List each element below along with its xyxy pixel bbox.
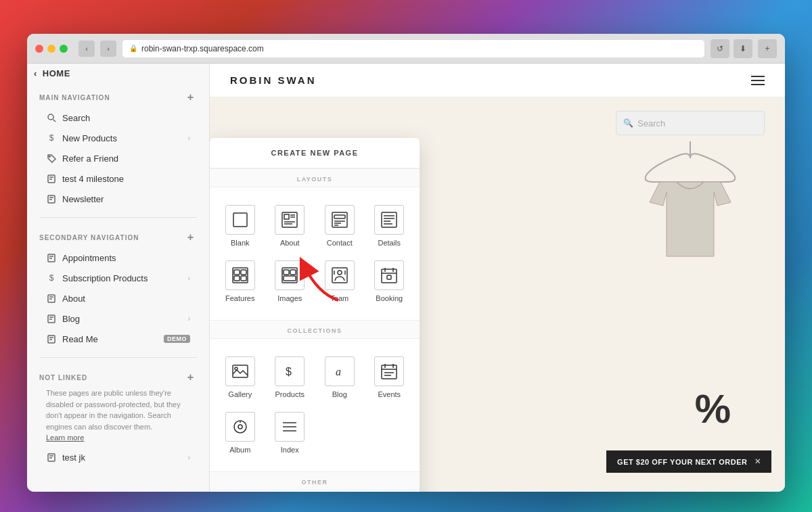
sidebar-item-refer[interactable]: Refer a Friend (39, 148, 197, 168)
layout-booking[interactable]: Booking (365, 254, 415, 309)
chevron-right-icon: › (188, 454, 190, 461)
svg-rect-49 (290, 270, 296, 275)
sidebar-item-about[interactable]: About (39, 288, 197, 308)
sidebar-item-test4[interactable]: test 4 milestone (39, 168, 197, 189)
sidebar-item-appointments[interactable]: Appointments (39, 248, 197, 268)
sidebar-item-label: Search (62, 113, 190, 123)
other-label: OTHER (210, 471, 420, 490)
learn-more-link[interactable]: Learn more (46, 434, 84, 442)
layout-details[interactable]: Details (365, 198, 415, 254)
chevron-right-icon: › (188, 135, 190, 142)
add-main-nav-button[interactable]: + (185, 91, 197, 103)
layout-contact-label: Contact (327, 239, 353, 247)
svg-rect-59 (387, 275, 391, 279)
layout-images[interactable]: Images (265, 254, 315, 309)
forward-button[interactable]: › (100, 41, 116, 57)
booking-icon (374, 260, 404, 290)
layout-booking-label: Booking (376, 294, 403, 302)
sidebar-item-subscription[interactable]: $ Subscription Products › (39, 268, 197, 288)
site-search[interactable]: 🔍 Search (616, 111, 765, 135)
back-button[interactable]: ‹ (78, 41, 95, 57)
sidebar-item-new-products[interactable]: $ New Products › (39, 128, 197, 148)
svg-point-71 (238, 425, 242, 429)
sidebar-item-label: About (62, 294, 190, 304)
sidebar-item-search[interactable]: Search (39, 108, 197, 128)
not-linked-description: These pages are public unless they're di… (39, 388, 197, 448)
sidebar-item-label: New Products (62, 133, 183, 143)
hamburger-menu[interactable] (751, 76, 765, 85)
download-button[interactable]: ⬇ (734, 39, 752, 58)
gallery-icon (225, 356, 255, 386)
sidebar: ‹ HOME MAIN NAVIGATION + Search $ New Pr… (27, 64, 210, 492)
collection-blog[interactable]: a Blog (315, 350, 365, 405)
layout-details-label: Details (378, 239, 401, 247)
svg-text:a: a (336, 366, 341, 377)
main-content: ROBIN SWAN 🔍 Search (210, 64, 785, 492)
toolbar-right: ↺ ⬇ (710, 39, 752, 58)
sidebar-item-readme[interactable]: Read Me DEMO (39, 329, 197, 349)
layout-blank[interactable]: Blank (215, 198, 265, 254)
layout-about[interactable]: About (265, 198, 315, 254)
collection-events[interactable]: Events (365, 350, 415, 405)
layouts-label: LAYOUTS (210, 168, 420, 187)
browser-toolbar: ‹ › 🔒 robin-swan-trxp.squarespace.com ↺ … (27, 34, 785, 64)
other-grid: Page Folder (210, 490, 420, 492)
sidebar-item-newsletter[interactable]: Newsletter (39, 189, 197, 209)
svg-line-1 (53, 119, 55, 122)
chevron-right-icon: › (188, 315, 190, 323)
search-icon (46, 112, 57, 123)
team-icon (325, 260, 355, 290)
collection-events-label: Events (378, 390, 401, 398)
modal-title: CREATE NEW PAGE (210, 138, 420, 168)
add-not-linked-button[interactable]: + (185, 371, 197, 383)
add-secondary-nav-button[interactable]: + (185, 231, 197, 243)
hamburger-line (751, 84, 765, 85)
layout-images-label: Images (277, 294, 302, 302)
chevron-right-icon: › (188, 275, 190, 282)
close-button[interactable] (35, 45, 43, 53)
maximize-button[interactable] (60, 45, 68, 53)
collection-album[interactable]: Album (215, 405, 265, 461)
collection-products[interactable]: $ Products (265, 350, 315, 405)
demo-badge: DEMO (164, 335, 190, 343)
collections-grid: Gallery $ Products (210, 339, 420, 471)
layout-features[interactable]: Features (215, 254, 265, 309)
page-icon (46, 193, 57, 204)
sidebar-item-label: Appointments (62, 253, 190, 263)
url-bar[interactable]: 🔒 robin-swan-trxp.squarespace.com (122, 39, 705, 58)
minimize-button[interactable] (47, 45, 55, 53)
about-icon (275, 205, 304, 235)
home-link[interactable]: ‹ HOME (27, 64, 209, 83)
svg-rect-48 (284, 270, 289, 275)
svg-point-0 (48, 114, 53, 120)
search-icon: 🔍 (623, 118, 633, 128)
product-image (636, 138, 744, 273)
hero-percent: % (695, 386, 731, 432)
not-linked-label: NOT LINKED (39, 374, 87, 381)
sidebar-item-testjk[interactable]: test jk › (39, 448, 197, 468)
collection-gallery[interactable]: Gallery (215, 350, 265, 405)
secondary-nav-header: SECONDARY NAVIGATION + (39, 231, 197, 243)
browser-window: ‹ › 🔒 robin-swan-trxp.squarespace.com ↺ … (27, 34, 785, 492)
page-icon (46, 293, 57, 304)
sidebar-item-label: Refer a Friend (62, 154, 190, 164)
layout-contact[interactable]: Contact (315, 198, 365, 254)
dollar-icon: $ (46, 133, 57, 143)
sidebar-item-label: test 4 milestone (62, 174, 190, 184)
layout-features-label: Features (225, 294, 254, 302)
layout-team[interactable]: Team (315, 254, 365, 309)
home-label: HOME (43, 68, 70, 78)
promo-close-button[interactable]: ✕ (754, 457, 761, 466)
sidebar-item-blog[interactable]: Blog › (39, 308, 197, 329)
svg-rect-50 (284, 276, 296, 281)
divider (39, 357, 197, 358)
chevron-left-icon: ‹ (34, 68, 37, 78)
reload-button[interactable]: ↺ (710, 39, 729, 58)
sidebar-item-label: Subscription Products (62, 273, 183, 283)
collection-index[interactable]: Index (265, 405, 315, 461)
new-tab-button[interactable]: + (758, 39, 777, 58)
blog-icon: a (325, 356, 355, 386)
blank-icon (225, 205, 255, 235)
main-nav-header: MAIN NAVIGATION + (39, 91, 197, 103)
products-icon: $ (275, 356, 304, 386)
